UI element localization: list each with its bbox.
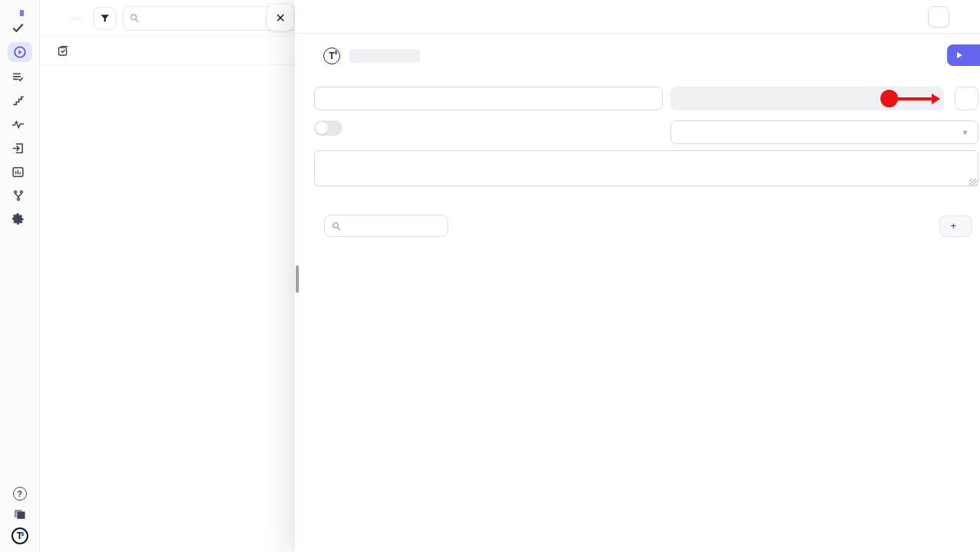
runs-search-input[interactable] [145,12,191,24]
runs-header: ✕ [40,0,295,37]
run-heading-row: T [314,46,978,63]
gear-icon [11,212,25,226]
manager-name-redacted [349,49,420,63]
list-check-icon [11,71,25,84]
play-circle-icon [13,45,27,59]
sidebar-item-activity[interactable] [8,115,29,133]
search-icon [129,13,139,23]
test-plans-header: + [314,215,978,237]
run-form: ▼ [314,87,978,144]
sidebar-item-branches[interactable] [8,186,29,205]
modal-topbar [295,0,980,34]
search-clear-button[interactable]: ✕ [267,5,293,31]
save-button[interactable] [928,6,949,28]
icon-sidebar: ? T [0,0,40,552]
app-window: ? T ✕ [0,0,980,552]
copy-icon[interactable] [12,507,27,521]
new-test-plan-button[interactable]: + [939,215,972,237]
rungroup-select[interactable]: ▼ [670,120,978,144]
add-environment-button[interactable] [955,87,978,110]
chevron-down-icon: ▼ [962,129,969,136]
filter-button[interactable] [93,7,116,30]
select-all-icon[interactable] [57,44,69,57]
sidebar-nav [8,18,32,228]
t-logo-circle-icon[interactable]: T [11,527,28,544]
runs-list [40,308,295,552]
bar-chart-icon [11,166,25,179]
environment-row [670,87,978,110]
chart-legend [40,65,295,73]
search-icon [332,222,341,231]
help-icon[interactable]: ? [13,487,27,501]
checklist-toggle[interactable] [314,120,343,136]
runs-trend-chart [40,73,295,266]
test-plans-search-input[interactable] [346,221,430,232]
sidebar-item-milestones[interactable] [8,91,29,110]
run-title-input[interactable] [314,87,663,110]
test-plans-search[interactable] [324,215,448,237]
sidebar-item-import[interactable] [8,139,29,157]
environment-input[interactable] [670,87,944,110]
t-badge-icon: T [323,48,340,64]
runs-count-badge [70,17,81,20]
modal-content: T [295,34,980,237]
plus-icon: + [950,220,956,232]
close-icon[interactable] [962,15,971,18]
play-icon [957,52,962,58]
launch-button[interactable] [947,44,980,66]
branch-icon [12,189,25,202]
runs-panel: ✕ [40,0,295,552]
funnel-icon [100,13,110,24]
sidebar-item-reports[interactable] [8,163,29,181]
runs-tabs [40,37,295,65]
new-manual-run-modal: T [295,0,980,552]
steps-icon [12,94,25,107]
pulse-icon [11,118,25,131]
import-icon [11,142,25,155]
sidebar-item-plans[interactable] [8,67,29,86]
check-icon [11,21,25,34]
description-textarea[interactable] [314,150,978,186]
sidebar-item-runs[interactable] [8,42,32,62]
scrollbar-thumb[interactable] [296,265,299,293]
sidebar-bottom: ? T [11,487,28,552]
sidebar-item-settings[interactable] [8,210,29,228]
sidebar-item-tests[interactable] [8,18,29,37]
